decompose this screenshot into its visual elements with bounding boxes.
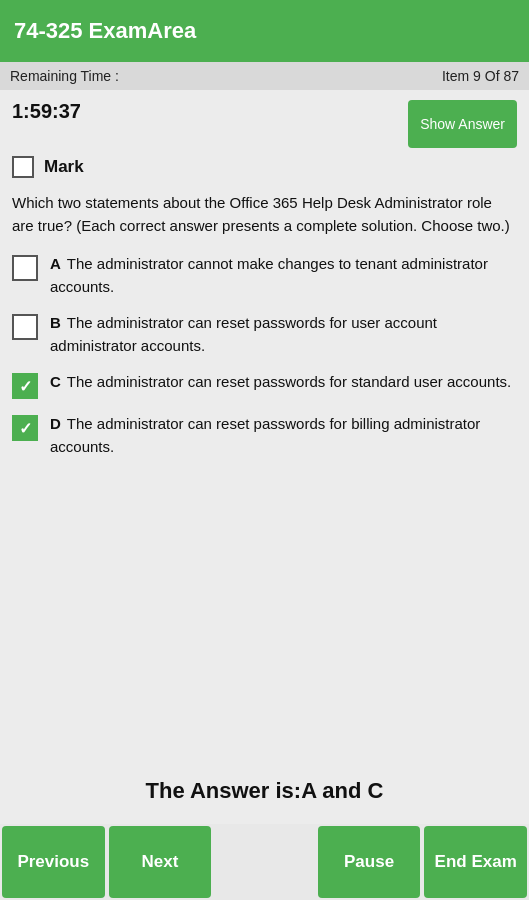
option-checkbox-b[interactable] <box>12 314 38 340</box>
option-letter-d: D <box>50 415 61 432</box>
end-exam-button[interactable]: End Exam <box>424 826 527 898</box>
app-header: 74-325 ExamArea <box>0 0 529 62</box>
mark-row: Mark <box>12 156 517 178</box>
answer-reveal: The Answer is:A and C <box>12 758 517 814</box>
next-button[interactable]: Next <box>109 826 212 898</box>
option-text-b: BThe administrator can reset passwords f… <box>50 312 517 357</box>
option-row-c: CThe administrator can reset passwords f… <box>12 371 517 399</box>
option-letter-c: C <box>50 373 61 390</box>
info-bar: Remaining Time : Item 9 Of 87 <box>0 62 529 90</box>
answer-text: The Answer is:A and C <box>146 778 384 803</box>
timer-row: 1:59:37 Show Answer <box>12 100 517 148</box>
option-row-b: BThe administrator can reset passwords f… <box>12 312 517 357</box>
remaining-time-label: Remaining Time : <box>10 68 119 84</box>
show-answer-button[interactable]: Show Answer <box>408 100 517 148</box>
option-row-a: AThe administrator cannot make changes t… <box>12 253 517 298</box>
option-checkbox-d[interactable] <box>12 415 38 441</box>
option-text-a: AThe administrator cannot make changes t… <box>50 253 517 298</box>
option-row-d: DThe administrator can reset passwords f… <box>12 413 517 458</box>
option-letter-b: B <box>50 314 61 331</box>
previous-button[interactable]: Previous <box>2 826 105 898</box>
mark-label: Mark <box>44 157 84 177</box>
option-text-d: DThe administrator can reset passwords f… <box>50 413 517 458</box>
pause-button[interactable]: Pause <box>318 826 421 898</box>
nav-spacer <box>213 824 316 900</box>
mark-checkbox[interactable] <box>12 156 34 178</box>
option-checkbox-a[interactable] <box>12 255 38 281</box>
app-title: 74-325 ExamArea <box>14 18 196 44</box>
content-area: 1:59:37 Show Answer Mark Which two state… <box>0 90 529 824</box>
item-counter: Item 9 Of 87 <box>442 68 519 84</box>
option-text-c: CThe administrator can reset passwords f… <box>50 371 517 394</box>
option-checkbox-c[interactable] <box>12 373 38 399</box>
option-letter-a: A <box>50 255 61 272</box>
timer-display: 1:59:37 <box>12 100 81 123</box>
question-text: Which two statements about the Office 36… <box>12 192 517 237</box>
bottom-navigation: Previous Next Pause End Exam <box>0 824 529 900</box>
